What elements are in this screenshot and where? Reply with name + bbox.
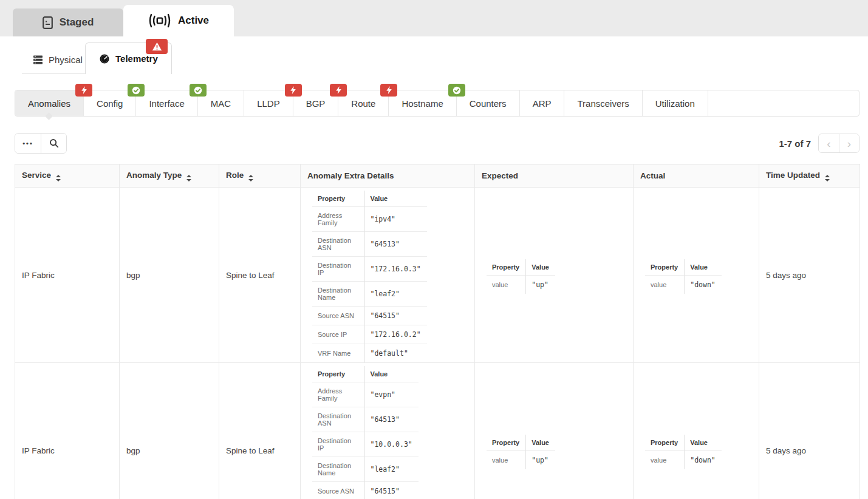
pagination: 1-7 of 7 ‹ › [779, 134, 859, 153]
subtable-value: "64513" [364, 407, 419, 432]
telemetry-gauge-icon [99, 53, 110, 64]
subtable-row: Source ASN"64515" [312, 482, 419, 499]
property-value-subtable: PropertyValuevalue"down" [645, 259, 722, 294]
subtable-property: value [487, 451, 526, 470]
telemetry-tab-bar: AnomaliesConfigInterfaceMACLLDPBGPRouteH… [15, 90, 859, 117]
column-header-role[interactable]: Role [219, 165, 301, 188]
column-header-service[interactable]: Service [15, 165, 120, 188]
blueprint-tab-strip: Staged Active [0, 0, 868, 36]
more-actions-button[interactable]: ••• [15, 134, 41, 153]
subtable-row: value"up" [487, 276, 555, 294]
tab-active[interactable]: Active [123, 5, 234, 36]
tab-label: Utilization [655, 98, 695, 109]
cell-service: IP Fabric [15, 363, 120, 499]
cell-anomaly-extra-details: PropertyValueAddress Family"ipv4"Destina… [301, 188, 475, 363]
subtable-header: Property [645, 259, 685, 276]
tab-staged[interactable]: Staged [13, 8, 123, 36]
column-header-anomaly-type[interactable]: Anomaly Type [120, 165, 219, 188]
subtable-header: Property [487, 259, 526, 276]
physical-racks-icon [33, 55, 43, 65]
subtable-row: Destination IP"10.0.0.3" [312, 432, 419, 457]
tab-hostname[interactable]: Hostname [389, 90, 456, 116]
tab-lldp[interactable]: LLDP [244, 90, 293, 116]
property-value-subtable: PropertyValuevalue"up" [487, 435, 555, 469]
chevron-right-icon: › [847, 138, 851, 149]
error-bolt-badge [285, 84, 302, 97]
error-bolt-badge [380, 84, 397, 97]
subtable-header: Property [312, 366, 364, 382]
alert-badge [146, 39, 168, 54]
cell-actual: PropertyValuevalue"down" [634, 188, 759, 363]
subtable-value: "64515" [364, 307, 427, 325]
tab-label: Anomalies [28, 98, 70, 109]
subtable-value: "64515" [364, 482, 419, 499]
next-page-button[interactable]: › [839, 134, 859, 152]
table-actions-group: ••• [15, 133, 67, 154]
subtable-property: Address Family [312, 207, 364, 232]
tab-physical[interactable]: Physical [22, 46, 94, 74]
sort-icon [825, 175, 830, 182]
search-button[interactable] [41, 134, 66, 153]
subtable-header: Property [645, 435, 685, 451]
table-toolbar: ••• 1-7 of 7 ‹ › [15, 133, 859, 154]
tab-counters[interactable]: Counters [457, 90, 520, 116]
tab-anomalies[interactable]: Anomalies [15, 90, 84, 116]
table-row: IP Fabric bgp Spine to Leaf PropertyValu… [15, 363, 860, 499]
tab-utilization[interactable]: Utilization [643, 90, 708, 116]
error-bolt-badge [75, 84, 92, 97]
subtable-property: Source ASN [312, 307, 364, 325]
document-icon [43, 16, 53, 29]
subtable-header: Value [685, 259, 722, 276]
success-check-badge [448, 84, 465, 97]
subtable-header: Property [312, 191, 364, 207]
chevron-left-icon: ‹ [827, 138, 830, 149]
subtable-value: "10.0.0.3" [364, 432, 419, 457]
previous-page-button[interactable]: ‹ [819, 134, 839, 152]
cell-role: Spine to Leaf [219, 363, 301, 499]
subtable-property: Destination IP [312, 257, 364, 282]
property-value-subtable: PropertyValueAddress Family"evpn"Destina… [312, 366, 419, 499]
subtable-row: Destination ASN"64513" [312, 407, 419, 432]
cell-actual: PropertyValuevalue"down" [634, 363, 759, 499]
cell-time-updated: 5 days ago [759, 363, 860, 499]
subtable-value: "ipv4" [364, 207, 427, 232]
tab-label: Transceivers [577, 98, 629, 109]
ellipsis-icon: ••• [22, 140, 33, 147]
tab-label: Route [351, 98, 375, 109]
subtable-value: "up" [526, 451, 555, 470]
property-value-subtable: PropertyValuevalue"up" [487, 259, 555, 294]
search-icon [49, 138, 59, 148]
tab-interface[interactable]: Interface [136, 90, 197, 116]
subtable-row: Source ASN"64515" [312, 307, 427, 325]
tab-label: Interface [149, 98, 184, 109]
subtable-value: "leaf2" [364, 457, 419, 482]
subtable-row: VRF Name"default" [312, 344, 427, 363]
tab-arp[interactable]: ARP [520, 90, 565, 116]
pagination-buttons: ‹ › [818, 134, 859, 153]
cell-expected: PropertyValuevalue"up" [475, 188, 634, 363]
subtable-property: Destination Name [312, 457, 364, 482]
tab-label: Config [97, 98, 123, 109]
subtable-value: "down" [685, 451, 722, 470]
column-header-time-updated[interactable]: Time Updated [759, 165, 860, 188]
subtable-header: Value [364, 191, 427, 207]
subtable-property: Destination ASN [312, 232, 364, 257]
subtable-property: Destination ASN [312, 407, 364, 432]
subtable-header: Value [364, 366, 419, 382]
subtable-property: Destination Name [312, 282, 364, 307]
subtable-row: Address Family"ipv4" [312, 207, 427, 232]
tab-label: MAC [211, 98, 231, 109]
tab-active-label: Active [178, 15, 209, 27]
tab-label: ARP [533, 98, 552, 109]
column-header-actual: Actual [634, 165, 759, 188]
selected-tab-notch [45, 112, 53, 120]
subtable-property: value [487, 276, 526, 294]
tab-transceivers[interactable]: Transceivers [564, 90, 642, 116]
subtable-header: Property [487, 435, 526, 451]
sort-icon [56, 175, 61, 182]
subtable-value: "evpn" [364, 382, 419, 407]
subtable-property: Source ASN [312, 482, 364, 499]
cell-role: Spine to Leaf [219, 188, 301, 363]
subtable-header: Value [526, 259, 555, 276]
sort-icon [186, 175, 191, 182]
